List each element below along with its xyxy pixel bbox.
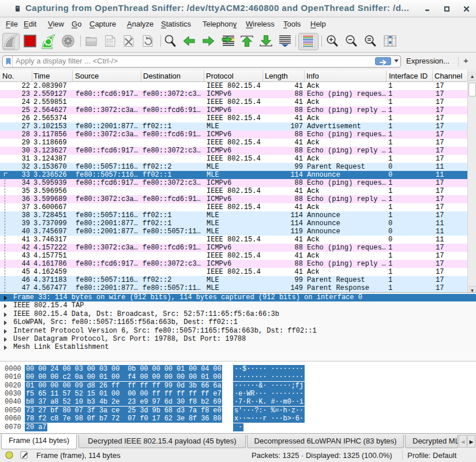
svg-text:0111: 0111 bbox=[107, 43, 113, 46]
